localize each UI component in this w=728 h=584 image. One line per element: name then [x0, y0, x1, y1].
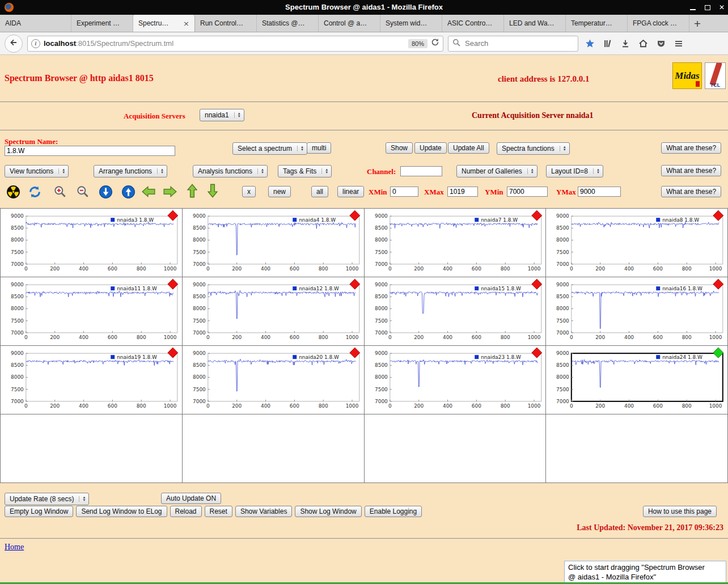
- tab-spectru[interactable]: Spectru…×: [133, 15, 195, 32]
- tab-close-icon[interactable]: ×: [183, 19, 189, 28]
- tab-system-wid[interactable]: System wid…: [380, 15, 442, 32]
- tab-fpga-clock[interactable]: FPGA clock …: [628, 15, 689, 32]
- search-bar[interactable]: [448, 36, 578, 52]
- linear-button[interactable]: linear: [337, 186, 364, 197]
- x-button[interactable]: x: [242, 186, 256, 197]
- show-button[interactable]: Show: [386, 142, 413, 154]
- tab-led-and-wa[interactable]: LED and Wa…: [504, 15, 566, 32]
- radiation-icon[interactable]: [6, 184, 20, 199]
- refresh-icon[interactable]: [27, 184, 42, 199]
- number-of-galleries-dropdown[interactable]: Number of Galleries ▲▼: [456, 165, 537, 177]
- show-variables-button[interactable]: Show Variables: [235, 506, 293, 517]
- back-button[interactable]: [5, 35, 23, 53]
- home-icon[interactable]: [638, 39, 648, 48]
- tab-asic-contro[interactable]: ASIC Contro…: [442, 15, 504, 32]
- tab-temperatur[interactable]: Temperatur…: [566, 15, 628, 32]
- channel-input[interactable]: [400, 166, 442, 176]
- new-button[interactable]: new: [268, 186, 291, 197]
- minimize-button[interactable]: [689, 4, 696, 11]
- xmax-input[interactable]: [447, 187, 478, 197]
- url-text[interactable]: localhost:8015/Spectrum/Spectrum.tml: [44, 39, 405, 48]
- move-up-icon[interactable]: [121, 184, 136, 199]
- titlebar[interactable]: Spectrum Browser @ aidas1 - Mozilla Fire…: [0, 0, 728, 15]
- spectrum-cell-nnaida4[interactable]: 9000850080007500700002004006008001000nna…: [183, 209, 365, 277]
- send-log-window-to-elog-button[interactable]: Send Log Window to ELog: [76, 506, 167, 517]
- empty-log-window-button[interactable]: Empty Log Window: [5, 506, 73, 517]
- spectrum-cell-nnaida19[interactable]: 9000850080007500700002004006008001000nna…: [1, 346, 183, 414]
- reset-button[interactable]: Reset: [205, 506, 232, 517]
- update-rate-dropdown[interactable]: Update Rate (8 secs) ▲▼: [5, 493, 89, 505]
- tab-run-control[interactable]: Run Control…: [195, 15, 257, 32]
- show-log-window-button[interactable]: Show Log Window: [295, 506, 361, 517]
- ymin-input[interactable]: [507, 187, 548, 197]
- reload-icon[interactable]: [431, 38, 439, 49]
- select-a-spectrum-dropdown[interactable]: Select a spectrum ▲▼: [232, 142, 307, 155]
- what-are-these-button-3[interactable]: What are these?: [661, 186, 721, 197]
- zoom-in-icon[interactable]: [53, 184, 67, 199]
- svg-text:200: 200: [414, 266, 424, 272]
- tab-label: Statistics @…: [262, 19, 313, 27]
- spectrum-cell-nnaida23[interactable]: 9000850080007500700002004006008001000nna…: [365, 346, 547, 414]
- tab-aida[interactable]: AIDA: [0, 15, 71, 32]
- menu-icon[interactable]: [674, 39, 683, 48]
- spectrum-cell-nnaida11[interactable]: 9000850080007500700002004006008001000nna…: [1, 277, 183, 346]
- analysis-functions-dropdown[interactable]: Analysis functions ▲▼: [193, 165, 268, 177]
- svg-text:9000: 9000: [375, 350, 388, 356]
- svg-text:7500: 7500: [11, 387, 24, 392]
- close-button[interactable]: ✕: [719, 3, 725, 11]
- tab-label: FPGA clock …: [633, 19, 684, 27]
- arrange-functions-dropdown[interactable]: Arrange functions ▲▼: [94, 165, 167, 177]
- library-icon[interactable]: [603, 39, 612, 48]
- tab-control-a[interactable]: Control @ a…: [319, 15, 380, 32]
- zoom-out-icon[interactable]: [75, 184, 90, 199]
- svg-text:1000: 1000: [164, 335, 177, 340]
- xmin-input[interactable]: [390, 187, 418, 197]
- arrow-up-icon[interactable]: [187, 183, 198, 198]
- arrow-down-icon[interactable]: [207, 183, 218, 198]
- bookmark-star-icon[interactable]: [585, 39, 595, 48]
- pocket-icon[interactable]: [657, 39, 666, 48]
- new-tab-button[interactable]: +: [689, 15, 705, 32]
- all-button[interactable]: all: [311, 186, 328, 197]
- move-down-icon[interactable]: [98, 184, 113, 199]
- spectrum-cell-nnaida3[interactable]: 9000850080007500700002004006008001000nna…: [1, 209, 183, 277]
- maximize-button[interactable]: [704, 4, 711, 11]
- spectra-functions-dropdown[interactable]: Spectra functions ▲▼: [497, 142, 570, 155]
- how-to-use-button[interactable]: How to use this page: [643, 506, 717, 517]
- reload-button[interactable]: Reload: [170, 506, 202, 517]
- spectrum-cell-nnaida8[interactable]: 9000850080007500700002004006008001000nna…: [546, 209, 728, 277]
- layout-id-dropdown[interactable]: Layout ID=8 ▲▼: [546, 165, 603, 177]
- site-info-icon[interactable]: i: [31, 39, 40, 48]
- update-button[interactable]: Update: [414, 142, 447, 154]
- spectrum-cell-nnaida16[interactable]: 9000850080007500700002004006008001000nna…: [546, 277, 728, 346]
- what-are-these-button-1[interactable]: What are these?: [661, 142, 721, 154]
- search-input[interactable]: [464, 39, 574, 48]
- downloads-icon[interactable]: [621, 39, 630, 48]
- what-are-these-button-2[interactable]: What are these?: [661, 165, 721, 176]
- spectrum-cell-nnaida24[interactable]: 9000850080007500700002004006008001000nna…: [546, 346, 728, 414]
- view-functions-dropdown[interactable]: View functions ▲▼: [5, 165, 69, 177]
- spectrum-cell-nnaida20[interactable]: 9000850080007500700002004006008001000nna…: [183, 346, 365, 414]
- tab-statistics[interactable]: Statistics @…: [257, 15, 319, 32]
- arrow-right-icon[interactable]: [163, 184, 177, 199]
- url-bar[interactable]: i localhost:8015/Spectrum/Spectrum.tml 8…: [27, 36, 443, 52]
- empty-gallery-cell: [546, 414, 728, 483]
- spectrum-cell-nnaida7[interactable]: 9000850080007500700002004006008001000nna…: [365, 209, 547, 277]
- spectrum-name-input[interactable]: [5, 146, 175, 156]
- multi-button[interactable]: multi: [307, 142, 331, 154]
- svg-text:7500: 7500: [556, 318, 569, 324]
- ymax-input[interactable]: [578, 187, 621, 197]
- legend-marker: [293, 218, 297, 222]
- enable-logging-button[interactable]: Enable Logging: [365, 506, 422, 517]
- zoom-level-badge[interactable]: 80%: [408, 39, 428, 48]
- spectrum-cell-nnaida12[interactable]: 9000850080007500700002004006008001000nna…: [183, 277, 365, 346]
- update-all-button[interactable]: Update All: [448, 142, 489, 154]
- tags-fits-dropdown[interactable]: Tags & Fits ▲▼: [278, 165, 332, 177]
- arrow-left-icon[interactable]: [141, 184, 156, 199]
- select-arrows-icon: ▲▼: [321, 168, 328, 174]
- spectrum-cell-nnaida15[interactable]: 9000850080007500700002004006008001000nna…: [365, 277, 547, 346]
- auto-update-button[interactable]: Auto Update ON: [161, 493, 221, 504]
- home-link[interactable]: Home: [5, 543, 24, 552]
- acquisition-server-select[interactable]: nnaida1 ▲▼: [200, 109, 244, 121]
- tab-experiment[interactable]: Experiment …: [71, 15, 133, 32]
